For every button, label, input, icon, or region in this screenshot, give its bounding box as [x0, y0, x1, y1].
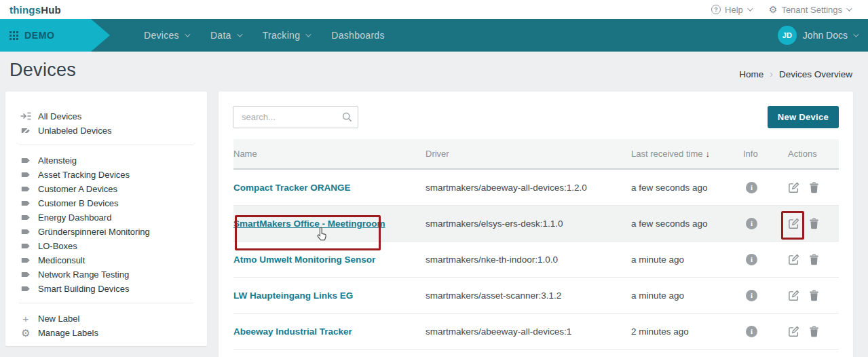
edit-icon[interactable] [788, 326, 799, 337]
device-last-received: a minute ago [631, 255, 743, 265]
tenant-name: DEMO [24, 30, 54, 41]
sidebar-label-item[interactable]: Smart Building Devices [20, 282, 193, 295]
unlabeled-tag-icon [20, 126, 31, 136]
main-nav-bar: DEMO Devices Data Tracking Dashboards JD… [0, 19, 868, 52]
info-icon[interactable]: i [746, 218, 757, 229]
device-name-link[interactable]: Abeeway Industrial Tracker [233, 326, 352, 337]
tag-icon [20, 155, 31, 166]
breadcrumb: Home › Devices Overview [739, 69, 852, 79]
device-name-link[interactable]: SmartMakers Office - Meetingroom [233, 219, 385, 229]
sidebar-label-item[interactable]: Customer B Devices [20, 196, 193, 210]
help-label: Help [725, 5, 743, 15]
devices-panel: New Device Name Driver Last received tim… [219, 92, 853, 357]
tag-icon [20, 284, 31, 294]
col-header-info: Info [743, 149, 788, 159]
table-row: LW Haupteingang Links EG smartmakers/ass… [233, 278, 839, 314]
delete-icon[interactable] [809, 290, 819, 301]
nav-tracking-label: Tracking [263, 30, 301, 41]
nav-data[interactable]: Data [200, 19, 252, 52]
delete-icon[interactable] [809, 254, 819, 265]
breadcrumb-home[interactable]: Home [739, 69, 763, 79]
edit-icon[interactable] [788, 290, 799, 301]
sidebar-item-unlabeled-devices[interactable]: Unlabeled Devices [20, 124, 193, 137]
sidebar-divider [19, 145, 193, 145]
delete-icon[interactable] [809, 218, 819, 229]
label-name: Customer B Devices [38, 198, 118, 208]
device-driver: smartmakers/nke-th-indoor:1.0.0 [426, 255, 631, 265]
help-menu[interactable]: ? Help [711, 5, 751, 15]
sort-desc-icon: ↓ [706, 149, 711, 159]
device-name-link[interactable]: Compact Tracker ORANGE [233, 183, 351, 193]
label-name: Network Range Testing [38, 269, 129, 280]
last-received-label: Last received time [631, 149, 703, 159]
user-name-label: John Docs [803, 30, 848, 41]
sidebar-label-item[interactable]: Mediconsult [20, 253, 193, 267]
tenant-switcher[interactable]: DEMO [0, 19, 110, 52]
device-last-received: 2 minutes ago [631, 326, 743, 337]
nav-devices-label: Devices [144, 30, 179, 41]
logo-things: things [10, 4, 41, 16]
user-menu[interactable]: JD John Docs [778, 19, 857, 52]
edit-icon[interactable] [788, 254, 799, 265]
gear-icon: ⚙ [20, 328, 31, 338]
search-icon [342, 112, 352, 125]
table-row: Compact Tracker ORANGE smartmakers/abeew… [233, 170, 839, 206]
device-name-link[interactable]: LW Haupteingang Links EG [233, 290, 353, 301]
info-icon[interactable]: i [746, 326, 757, 337]
col-header-last-received[interactable]: Last received time↓ [631, 149, 743, 159]
page-title: Devices [10, 60, 76, 81]
manage-labels-button[interactable]: ⚙ Manage Labels [20, 326, 193, 339]
sidebar-label-item[interactable]: Gründerspinnerei Monitoring [20, 225, 193, 238]
col-header-name[interactable]: Name [233, 149, 426, 159]
tag-icon [20, 198, 31, 208]
label-name: Asset Tracking Devices [38, 170, 130, 180]
tag-icon [20, 212, 31, 223]
table-row: Atmo Umwelt Monitoring Sensor smartmaker… [233, 242, 839, 278]
sidebar-item-all-devices[interactable]: All Devices [20, 109, 193, 123]
col-header-driver[interactable]: Driver [426, 149, 631, 159]
info-icon[interactable]: i [746, 290, 757, 301]
search-input[interactable] [233, 106, 358, 128]
plus-icon: + [20, 314, 31, 324]
nav-devices[interactable]: Devices [133, 19, 200, 52]
label-name: Mediconsult [38, 255, 85, 265]
new-label-button[interactable]: + New Label [20, 312, 193, 325]
tenant-settings-menu[interactable]: ⚙ Tenant Settings [769, 5, 850, 15]
device-last-received: a few seconds ago [631, 183, 743, 193]
delete-icon[interactable] [809, 182, 819, 193]
info-icon[interactable]: i [746, 254, 757, 265]
label-name: Gründerspinnerei Monitoring [38, 227, 150, 237]
chevron-down-icon [853, 31, 858, 37]
edit-icon[interactable] [788, 182, 799, 193]
table-header-row: Name Driver Last received time↓ Info Act… [233, 139, 839, 170]
device-driver: smartmakers/abeeway-all-devices:1 [426, 326, 631, 337]
device-last-received: a minute ago [631, 290, 743, 301]
sidebar-label-item[interactable]: LO-Boxes [20, 239, 193, 252]
device-driver: smartmakers/abeeway-all-devices:1.2.0 [426, 183, 631, 193]
sidebar-label-item[interactable]: Energy Dashboard [20, 210, 193, 224]
sidebar-label-item[interactable]: Customer A Devices [20, 182, 193, 195]
table-row-highlighted: SmartMakers Office - Meetingroom smartma… [233, 206, 839, 242]
device-name-link[interactable]: Atmo Umwelt Monitoring Sensor [233, 255, 375, 265]
chevron-down-icon [846, 5, 852, 11]
label-name: Altensteig [38, 155, 77, 166]
nav-dashboards[interactable]: Dashboards [320, 19, 396, 52]
sidebar-item-label: Unlabeled Devices [38, 126, 111, 136]
sidebar-label-item[interactable]: Network Range Testing [20, 267, 193, 281]
manage-labels-text: Manage Labels [38, 328, 98, 338]
sidebar-label-item[interactable]: Asset Tracking Devices [20, 168, 193, 181]
info-icon[interactable]: i [746, 182, 757, 193]
tag-icon [20, 241, 31, 251]
labels-sidebar: All Devices Unlabeled Devices Altensteig… [5, 92, 207, 346]
devices-table: Name Driver Last received time↓ Info Act… [233, 139, 839, 350]
new-device-button[interactable]: New Device [768, 106, 839, 128]
edit-icon[interactable] [788, 218, 799, 229]
delete-icon[interactable] [809, 326, 819, 337]
chevron-down-icon [305, 31, 311, 37]
sidebar-label-item[interactable]: Altensteig [20, 153, 193, 167]
nav-data-label: Data [210, 30, 231, 41]
gear-icon: ⚙ [769, 5, 778, 14]
nav-tracking[interactable]: Tracking [252, 19, 321, 52]
tag-icon [20, 269, 31, 280]
label-name: Energy Dashboard [38, 212, 111, 223]
